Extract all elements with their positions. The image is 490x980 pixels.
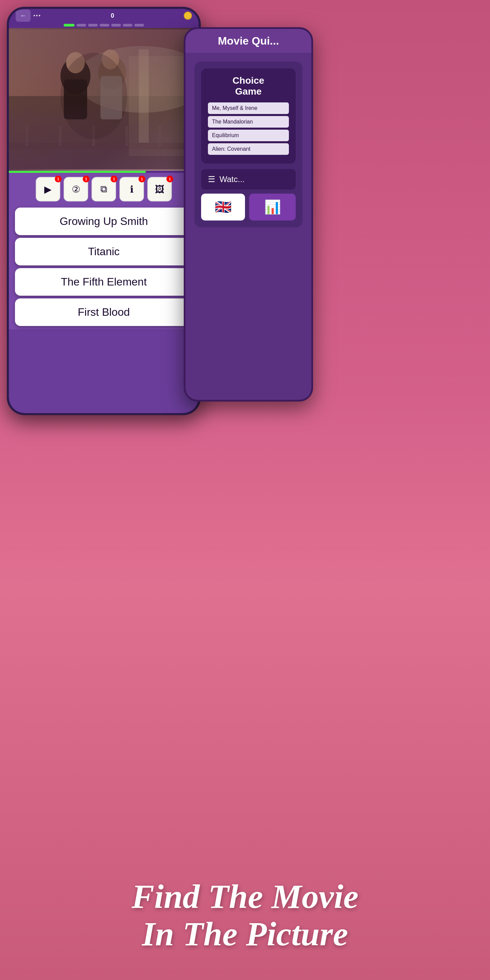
bottom-row: 🇬🇧 📊	[201, 194, 296, 221]
tagline-line2: In The Picture	[27, 915, 463, 953]
screen-icon: ⧉	[100, 184, 107, 195]
hint-action-button[interactable]: ② 1	[64, 177, 88, 202]
progress-seg-3	[88, 24, 98, 27]
progress-seg-7	[134, 24, 144, 27]
movie-list-item-2: The Mandalorian	[208, 116, 289, 127]
progress-seg-4	[100, 24, 109, 27]
image-overlay	[9, 28, 199, 171]
image-action-button[interactable]: 🖼 1	[147, 177, 172, 202]
answer-options: Growing Up Smith Titanic The Fifth Eleme…	[9, 204, 199, 329]
choice-game-card: ChoiceGame Me, Myself & Irene The Mandal…	[201, 68, 296, 164]
movie-image	[9, 28, 199, 171]
back-button[interactable]: ←	[16, 10, 30, 22]
movie-list-item-4: Alien: Covenant	[208, 143, 289, 155]
currency-display	[184, 11, 192, 20]
progress-seg-6	[123, 24, 132, 27]
flag-icon: 🇬🇧	[215, 199, 232, 215]
answer-option-4[interactable]: First Blood	[15, 298, 192, 326]
info-action-button[interactable]: ℹ 1	[119, 177, 144, 202]
answer-option-1[interactable]: Growing Up Smith	[15, 208, 192, 235]
movie-list-item-1: Me, Myself & Irene	[208, 102, 289, 114]
progress-seg-2	[76, 24, 86, 27]
answer-option-3[interactable]: The Fifth Element	[15, 268, 192, 296]
hint-icon: ②	[72, 184, 80, 195]
watchlist-icon: ☰	[208, 175, 215, 184]
progress-seg-5	[111, 24, 121, 27]
score-display: 0	[111, 12, 114, 19]
back-icon: ←	[20, 12, 26, 19]
screen-badge: 1	[111, 176, 118, 182]
play-badge: 1	[55, 176, 62, 182]
choice-game-title: ChoiceGame	[208, 75, 289, 97]
flag-button[interactable]: 🇬🇧	[201, 194, 245, 221]
status-bar: ← ••• 0	[9, 9, 199, 22]
image-progress-fill	[9, 171, 146, 173]
watchlist-button[interactable]: ☰ Watc...	[201, 169, 296, 189]
hint-badge: 1	[83, 176, 89, 182]
movie-list-item-3: Equilibrium	[208, 130, 289, 141]
screen-action-button[interactable]: ⧉ 1	[92, 177, 116, 202]
score-value: 0	[111, 12, 114, 19]
dots-menu[interactable]: •••	[33, 13, 41, 19]
secondary-header: Movie Qui...	[185, 29, 311, 53]
play-action-button[interactable]: ▶ 1	[36, 177, 60, 202]
image-icon: 🖼	[155, 184, 164, 195]
tagline-line1: Find The Movie	[27, 878, 463, 915]
chart-icon: 📊	[264, 199, 281, 215]
progress-seg-1	[64, 24, 75, 27]
bottom-tagline: Find The Movie In The Picture	[0, 878, 490, 953]
watchlist-label: Watc...	[220, 175, 245, 184]
chart-button[interactable]: 📊	[249, 194, 296, 221]
action-buttons-row: ▶ 1 ② 1 ⧉ 1 ℹ 1 🖼 1	[9, 173, 199, 204]
image-badge: 1	[166, 176, 173, 182]
answer-option-2[interactable]: Titanic	[15, 238, 192, 266]
play-icon: ▶	[44, 184, 52, 195]
secondary-phone: Movie Qui... ChoiceGame Me, Myself & Ire…	[184, 27, 313, 401]
info-icon: ℹ	[130, 184, 134, 195]
secondary-app-title: Movie Qui...	[218, 35, 279, 47]
progress-bar	[9, 22, 199, 28]
info-badge: 1	[138, 176, 145, 182]
coin-icon	[184, 11, 192, 20]
main-phone: ← ••• 0	[7, 7, 201, 415]
secondary-content-area: ChoiceGame Me, Myself & Irene The Mandal…	[194, 62, 302, 227]
image-progress-line	[9, 171, 199, 173]
